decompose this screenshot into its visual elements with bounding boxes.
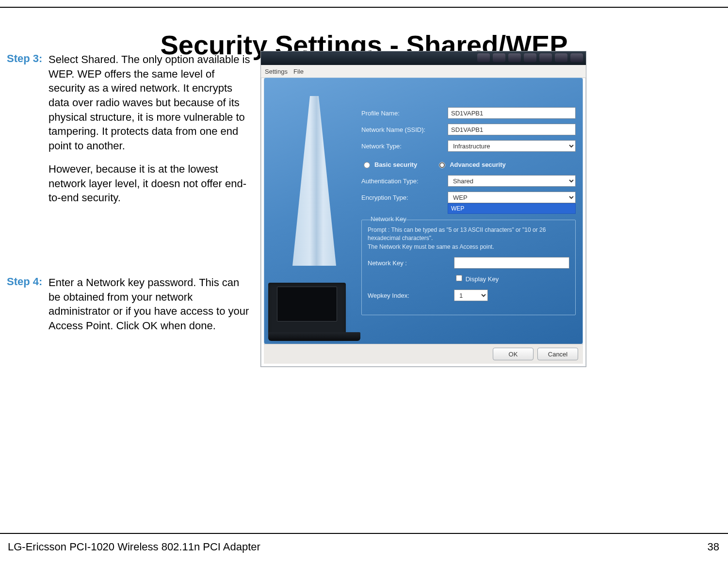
auth-type-label: Authentication Type: xyxy=(361,177,448,185)
step3-block: Step 3: Select Shared. The only option a… xyxy=(7,52,252,214)
security-mode-row: Basic security Advanced security xyxy=(361,161,576,168)
display-key-checkbox[interactable]: Display Key xyxy=(454,275,499,283)
extra-icon xyxy=(570,53,583,62)
profile-name-label: Profile Name: xyxy=(361,110,448,117)
network-key-input[interactable] xyxy=(454,257,569,269)
extra-icon xyxy=(555,53,567,62)
wepkey-index-label: Wepkey Index: xyxy=(368,292,454,299)
profile-name-input[interactable] xyxy=(448,107,576,119)
auth-type-select[interactable]: Shared xyxy=(448,175,576,187)
min-icon[interactable] xyxy=(477,53,490,62)
menu-settings[interactable]: Settings xyxy=(265,68,288,75)
close-icon[interactable] xyxy=(508,53,521,62)
decorative-laptop-art xyxy=(263,96,360,341)
encryption-type-select[interactable]: WEP xyxy=(448,192,576,203)
step4-block: Step 4: Enter a Network key password. Th… xyxy=(7,275,252,342)
wifi-profile-dialog: Settings File Profile Name: Network Name… xyxy=(260,51,586,367)
dialog-menubar: Settings File xyxy=(261,65,586,78)
rule-bottom xyxy=(0,533,728,534)
network-key-label: Network Key : xyxy=(368,259,454,267)
network-key-legend: Network Key xyxy=(368,215,409,223)
extra-icon xyxy=(539,53,552,62)
ssid-input[interactable] xyxy=(448,124,576,135)
network-type-select[interactable]: Infrastructure xyxy=(448,140,576,152)
form-area: Profile Name: Network Name (SSID): Netwo… xyxy=(361,107,576,315)
extra-icon xyxy=(524,53,536,62)
step3-text-2: However, because it is at the lowest net… xyxy=(49,162,252,205)
dialog-titlebar xyxy=(261,51,586,65)
step4-text-1: Enter a Network key password. This can b… xyxy=(49,275,252,333)
network-key-fieldset: Network Key Prompt : This can be typed a… xyxy=(361,220,576,315)
ok-button[interactable]: OK xyxy=(493,348,534,360)
network-key-prompt: Prompt : This can be typed as "5 or 13 A… xyxy=(368,226,569,251)
encryption-type-dropdown-item[interactable]: WEP xyxy=(448,203,576,214)
step4-label: Step 4: xyxy=(7,275,49,288)
rule-top xyxy=(0,7,728,8)
encryption-type-label: Encryption Type: xyxy=(361,194,448,201)
wepkey-index-select[interactable]: 1 xyxy=(454,290,488,301)
page-number: 38 xyxy=(708,541,719,553)
titlebar-buttons xyxy=(477,53,583,62)
dialog-button-bar: OK Cancel xyxy=(264,344,583,364)
step3-text-1: Select Shared. The only option available… xyxy=(49,52,252,153)
menu-file[interactable]: File xyxy=(293,68,304,75)
advanced-security-radio[interactable]: Advanced security xyxy=(437,161,506,168)
step3-label: Step 3: xyxy=(7,52,49,65)
max-icon[interactable] xyxy=(493,53,505,62)
basic-security-radio[interactable]: Basic security xyxy=(361,161,417,168)
dialog-body: Profile Name: Network Name (SSID): Netwo… xyxy=(264,78,583,344)
network-type-label: Network Type: xyxy=(361,143,448,150)
cancel-button[interactable]: Cancel xyxy=(537,348,578,360)
footer-product: LG-Ericsson PCI-1020 Wireless 802.11n PC… xyxy=(8,541,260,553)
ssid-label: Network Name (SSID): xyxy=(361,126,448,133)
